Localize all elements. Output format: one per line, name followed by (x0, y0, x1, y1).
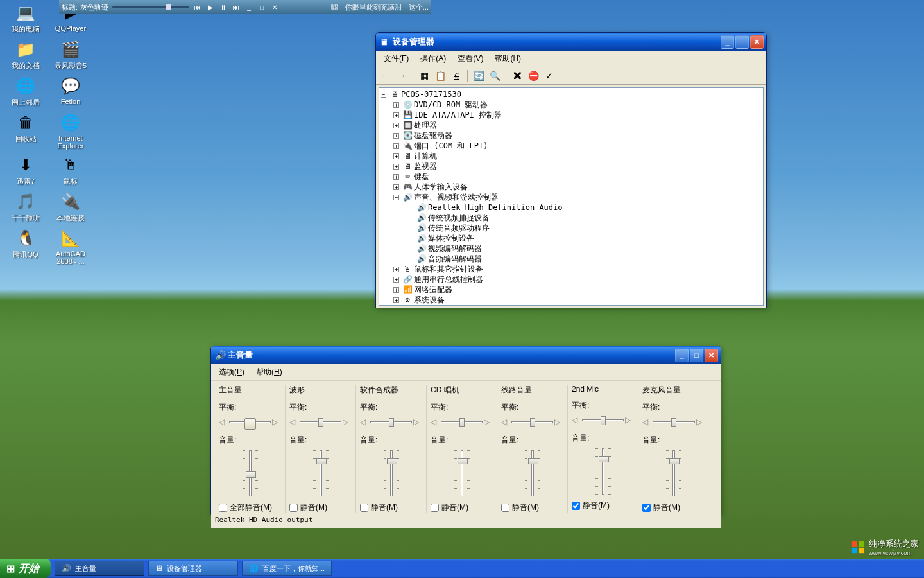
expand-icon[interactable]: + (393, 184, 399, 190)
tree-node[interactable]: +💾IDE ATA/ATAPI 控制器 (393, 110, 762, 120)
start-button[interactable]: ⊞ 开始 (0, 559, 51, 578)
tree-leaf[interactable]: 🔊传统音频驱动程序 (406, 223, 762, 233)
volume-slider[interactable] (360, 448, 422, 498)
menu-选项[interactable]: 选项(P) (214, 365, 250, 379)
desktop-icon-autocad[interactable]: 📐AutoCAD 2008 - ... (48, 228, 93, 265)
mute-checkbox[interactable]: 静音(M) (289, 502, 352, 513)
expand-icon[interactable]: + (393, 123, 399, 128)
volume-slider[interactable] (289, 448, 352, 498)
expand-icon[interactable]: + (393, 174, 399, 180)
desktop-icon-my-computer[interactable]: 💻我的电脑 (3, 3, 48, 34)
menu-帮助[interactable]: 帮助(H) (251, 365, 287, 379)
player-minimize-button[interactable]: _ (244, 3, 253, 12)
close-button[interactable]: ✕ (705, 349, 718, 362)
maximize-button[interactable]: □ (735, 35, 749, 49)
tree-leaf[interactable]: 🔊Realtek High Definition Audio (406, 202, 762, 213)
device-manager-titlebar[interactable]: 🖥 设备管理器 _ □ ✕ (376, 33, 766, 51)
tree-node[interactable]: +💽磁盘驱动器 (393, 130, 762, 141)
taskbar-task[interactable]: 🖥设备管理器 (148, 561, 238, 576)
expand-icon[interactable]: + (393, 297, 399, 303)
scan-hardware-button[interactable]: 🔍 (488, 69, 502, 83)
player-next-button[interactable]: ⏭ (232, 3, 241, 12)
desktop-icon-my-documents[interactable]: 📁我的文档 (3, 39, 48, 71)
collapse-icon[interactable]: − (381, 92, 386, 98)
tree-node[interactable]: +🔗通用串行总线控制器 (393, 274, 762, 285)
player-seek-slider[interactable] (112, 6, 189, 8)
print-button[interactable]: 🖨 (449, 69, 463, 83)
desktop-icon-mouse[interactable]: 🖱鼠标 (48, 155, 93, 186)
expand-icon[interactable]: + (393, 267, 399, 272)
balance-slider[interactable]: ◁▷ (572, 414, 634, 426)
mute-checkbox[interactable]: 静音(M) (572, 500, 634, 511)
balance-slider[interactable]: ◁▷ (360, 416, 422, 428)
balance-slider[interactable]: ◁▷ (431, 416, 493, 428)
minimize-button[interactable]: _ (721, 35, 734, 49)
tree-node[interactable]: +🎮人体学输入设备 (393, 182, 762, 192)
desktop-icon-net-neighbor[interactable]: 🌐网上邻居 (3, 76, 48, 107)
player-restore-button[interactable]: □ (257, 3, 266, 12)
desktop-icon-qq[interactable]: 🐧腾讯QQ (3, 228, 48, 259)
mute-checkbox[interactable]: 全部静音(M) (219, 502, 281, 513)
minimize-button[interactable]: _ (675, 349, 689, 362)
tree-root[interactable]: −🖥PCOS-07171530 (381, 89, 762, 100)
tree-node[interactable]: +⚙系统设备 (393, 295, 762, 305)
update-driver-button[interactable]: 🔄 (472, 69, 486, 83)
expand-icon[interactable]: + (393, 133, 399, 139)
tree-node-sound[interactable]: −🔊声音、视频和游戏控制器 (393, 192, 762, 202)
volume-slider[interactable] (642, 448, 705, 498)
desktop-icon-ie[interactable]: 🌐Internet Explorer (48, 112, 93, 150)
back-button[interactable]: ← (379, 69, 393, 83)
volume-slider[interactable] (219, 448, 281, 498)
player-play-button[interactable]: ▶ (206, 3, 215, 12)
mute-checkbox[interactable]: 静音(M) (360, 502, 422, 513)
tree-leaf[interactable]: 🔊音频编码解码器 (406, 254, 762, 264)
desktop-icon-baofeng[interactable]: 🎬暴风影音5 (48, 39, 93, 71)
tree-node[interactable]: +⌨键盘 (393, 171, 762, 182)
menu-操作[interactable]: 操作(A) (415, 52, 451, 66)
tree-leaf[interactable]: 🔊视频编码解码器 (406, 243, 762, 254)
tree-node[interactable]: +📶网络适配器 (393, 285, 762, 295)
device-tree[interactable]: −🖥PCOS-07171530+💿DVD/CD-ROM 驱动器+💾IDE ATA… (379, 87, 764, 306)
expand-icon[interactable]: + (393, 102, 399, 108)
balance-slider[interactable]: ◁▷ (289, 416, 352, 428)
player-close-button[interactable]: ✕ (270, 3, 279, 12)
view-button[interactable]: ▦ (417, 69, 431, 83)
player-pause-button[interactable]: ⏸ (219, 3, 228, 12)
volume-mixer-titlebar[interactable]: 🔊 主音量 _ □ ✕ (211, 346, 721, 364)
tree-leaf[interactable]: 🔊传统视频捕捉设备 (406, 213, 762, 223)
expand-icon[interactable]: + (393, 153, 399, 159)
close-button[interactable]: ✕ (750, 35, 764, 49)
desktop-icon-recycle[interactable]: 🗑回收站 (3, 112, 48, 144)
tree-leaf[interactable]: 🔊媒体控制设备 (406, 233, 762, 243)
expand-icon[interactable]: + (393, 277, 399, 283)
desktop-icon-ttplayer[interactable]: 🎵千千静听 (3, 191, 48, 223)
desktop-icon-localconn[interactable]: 🔌本地连接 (48, 191, 93, 223)
expand-icon[interactable]: + (393, 164, 399, 170)
uninstall-button[interactable]: 🗙 (510, 69, 524, 83)
taskbar-task[interactable]: 🌐百度一下，你就知... (242, 561, 332, 576)
volume-slider[interactable] (501, 448, 563, 498)
collapse-icon[interactable]: − (393, 195, 399, 200)
mute-checkbox[interactable]: 静音(M) (642, 502, 705, 513)
properties-button[interactable]: 📋 (433, 69, 447, 83)
volume-slider[interactable] (572, 446, 634, 496)
tree-node[interactable]: +💿DVD/CD-ROM 驱动器 (393, 100, 762, 110)
balance-slider[interactable]: ◁▷ (642, 416, 705, 428)
player-prev-button[interactable]: ⏮ (193, 3, 202, 12)
expand-icon[interactable]: + (393, 143, 399, 149)
maximize-button[interactable]: □ (690, 349, 703, 362)
desktop-icon-xunlei7[interactable]: ⬇迅雷7 (3, 155, 48, 186)
tree-node[interactable]: +🖥计算机 (393, 151, 762, 161)
mute-checkbox[interactable]: 静音(M) (431, 502, 493, 513)
taskbar-task[interactable]: 🔊主音量 (55, 561, 144, 576)
menu-文件[interactable]: 文件(F) (379, 52, 414, 66)
menu-查看[interactable]: 查看(V) (452, 52, 488, 66)
menu-帮助[interactable]: 帮助(H) (490, 52, 526, 66)
mute-checkbox[interactable]: 静音(M) (501, 502, 563, 513)
tree-node[interactable]: +🖥监视器 (393, 161, 762, 171)
expand-icon[interactable]: + (393, 287, 399, 293)
balance-slider[interactable]: ◁▷ (501, 416, 563, 428)
tree-node[interactable]: +🔌端口 (COM 和 LPT) (393, 141, 762, 151)
disable-button[interactable]: ⛔ (526, 69, 540, 83)
desktop-icon-fetion[interactable]: 💬Fetion (48, 76, 93, 105)
